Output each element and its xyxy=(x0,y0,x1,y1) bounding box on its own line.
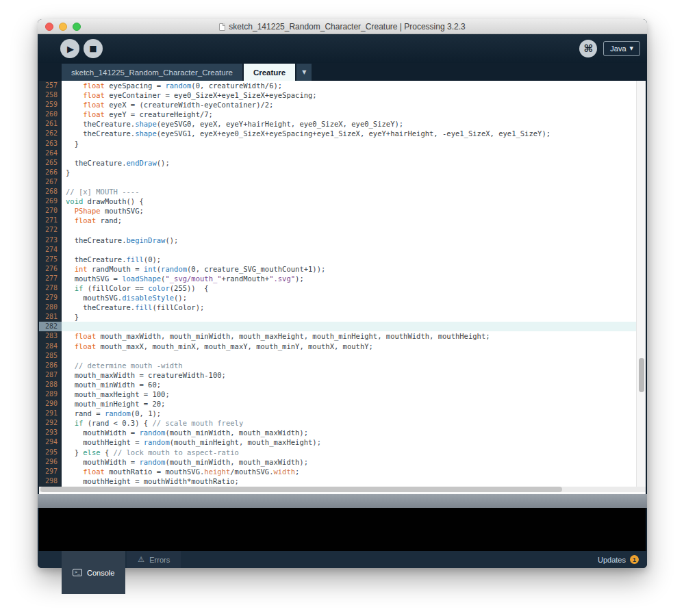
tab-creature[interactable]: Creature xyxy=(244,64,295,81)
code-line[interactable]: float eyeContainer = eye0_SizeX+eye1_Siz… xyxy=(62,90,636,100)
line-number: 287 xyxy=(39,370,62,380)
chevron-down-icon: ▼ xyxy=(302,69,306,75)
line-number: 276 xyxy=(39,264,62,274)
code-line[interactable]: mouth_maxHeight = 100; xyxy=(62,389,636,399)
code-line[interactable]: } xyxy=(62,139,636,149)
updates-link[interactable]: Updates 1 xyxy=(598,551,639,568)
code-line[interactable]: int randMouth = int(random(0, creature_S… xyxy=(62,264,636,274)
line-number: 269 xyxy=(39,196,62,206)
mode-label: Java xyxy=(610,44,626,53)
code-line[interactable]: mouthHeight = mouthWidth*mouthRatio; xyxy=(62,476,636,486)
code-line[interactable]: mouthSVG = loadShape("_svg/mouth_"+randM… xyxy=(62,274,636,283)
code-line[interactable]: rand = random(0, 1); xyxy=(62,409,636,418)
line-number: 285 xyxy=(39,351,62,361)
line-number: 263 xyxy=(39,139,62,149)
code-line[interactable]: mouthWidth = random(mouth_minWidth, mout… xyxy=(62,428,636,437)
line-number: 268 xyxy=(39,187,62,196)
code-line[interactable]: mouth_minWidth = 60; xyxy=(62,380,636,389)
code-line[interactable]: float mouth_maxX, mouth_minX, mouth_maxY… xyxy=(62,342,636,351)
code-line[interactable]: float mouthRatio = mouthSVG.height/mouth… xyxy=(62,467,636,476)
stop-icon: ■ xyxy=(89,44,97,53)
code-rows[interactable]: float eyeSpacing = random(0, creatureWid… xyxy=(62,81,636,487)
line-number: 257 xyxy=(39,81,62,90)
line-number: 292 xyxy=(39,418,62,428)
line-number: 260 xyxy=(39,110,62,119)
code-line[interactable]: mouth_maxWidth = creatureWidth-100; xyxy=(62,370,636,380)
code-line[interactable]: mouthWidth = random(mouth_minWidth, mout… xyxy=(62,457,636,467)
debug-icon: ⌘ xyxy=(583,42,593,55)
line-number: 296 xyxy=(39,457,62,467)
line-number: 281 xyxy=(39,312,62,322)
line-number: 277 xyxy=(39,274,62,283)
code-line[interactable]: } xyxy=(62,168,636,177)
updates-count-badge: 1 xyxy=(630,555,639,564)
tab-sketch[interactable]: sketch_141225_Random_Character_Creature xyxy=(62,64,242,81)
run-button[interactable]: ▶ xyxy=(60,39,79,58)
line-number: 284 xyxy=(39,342,62,351)
tab-menu-button[interactable]: ▼ xyxy=(296,64,312,81)
code-line[interactable] xyxy=(62,177,636,187)
line-number: 267 xyxy=(39,177,62,187)
code-line[interactable]: } xyxy=(62,312,636,322)
console-output xyxy=(39,508,646,551)
line-number: 280 xyxy=(39,303,62,312)
mode-selector[interactable]: Java ▼ xyxy=(603,41,640,56)
titlebar[interactable]: sketch_141225_Random_Character_Creature … xyxy=(38,19,647,34)
code-line[interactable] xyxy=(62,245,636,255)
code-line[interactable]: if (rand < 0.3) { // scale mouth freely xyxy=(62,418,636,428)
line-number: 297 xyxy=(39,467,62,476)
code-editor: 2572582592602612622632642652662672682692… xyxy=(39,81,646,487)
line-number: 271 xyxy=(39,216,62,225)
code-line[interactable]: mouth_minHeight = 20; xyxy=(62,399,636,409)
horizontal-scrollbar[interactable] xyxy=(39,487,646,492)
code-line[interactable]: if (fillColor == color(255)) { xyxy=(62,283,636,293)
line-number: 265 xyxy=(39,158,62,168)
line-number: 262 xyxy=(39,129,62,138)
vertical-scrollbar-thumb[interactable] xyxy=(639,358,644,392)
code-line[interactable] xyxy=(62,351,636,361)
line-number: 264 xyxy=(39,149,62,158)
code-line[interactable]: float eyeSpacing = random(0, creatureWid… xyxy=(62,81,636,90)
code-line[interactable]: theCreature.endDraw(); xyxy=(62,158,636,168)
window-title: sketch_141225_Random_Character_Creature … xyxy=(38,19,647,34)
stop-button[interactable]: ■ xyxy=(84,39,103,58)
line-number: 270 xyxy=(39,206,62,216)
toolbar: ▶ ■ ⌘ Java ▼ xyxy=(38,34,647,63)
code-line[interactable]: theCreature.fill(fillColor); xyxy=(62,303,636,312)
code-line[interactable]: theCreature.fill(0); xyxy=(62,255,636,264)
code-line[interactable]: mouthHeight = random(mouth_minHeight, mo… xyxy=(62,437,636,447)
line-number: 298 xyxy=(39,476,62,486)
debug-button[interactable]: ⌘ xyxy=(579,40,597,57)
code-line[interactable] xyxy=(62,322,636,331)
warning-icon: ⚠ xyxy=(138,555,144,564)
code-line[interactable]: theCreature.shape(eyeSVG1, eyeX+eye0_Siz… xyxy=(62,129,636,138)
line-number: 291 xyxy=(39,409,62,418)
code-line[interactable]: void drawMouth() { xyxy=(62,196,636,206)
console-splitter-handle[interactable] xyxy=(38,494,647,508)
code-line[interactable]: // determine mouth -width xyxy=(62,361,636,370)
errors-tab[interactable]: ⚠ Errors xyxy=(127,551,181,568)
console-tab[interactable]: >_ Console xyxy=(62,551,125,594)
code-line[interactable]: PShape mouthSVG; xyxy=(62,206,636,216)
code-line[interactable] xyxy=(62,149,636,158)
code-line[interactable] xyxy=(62,225,636,235)
line-number: 283 xyxy=(39,331,62,341)
chevron-down-icon: ▼ xyxy=(630,46,633,51)
code-line[interactable]: theCreature.beginDraw(); xyxy=(62,235,636,245)
line-number: 278 xyxy=(39,283,62,293)
code-line[interactable]: float mouth_maxWidth, mouth_minWidth, mo… xyxy=(62,331,636,341)
vertical-scrollbar[interactable] xyxy=(636,81,646,487)
line-number: 274 xyxy=(39,245,62,255)
processing-ide-window: sketch_141225_Random_Character_Creature … xyxy=(38,19,647,568)
code-line[interactable]: theCreature.shape(eyeSVG0, eyeX, eyeY+ha… xyxy=(62,119,636,129)
horizontal-scrollbar-thumb[interactable] xyxy=(40,487,562,492)
code-line[interactable]: mouthSVG.disableStyle(); xyxy=(62,293,636,303)
line-number: 261 xyxy=(39,119,62,129)
code-line[interactable]: // [x] MOUTH ---- xyxy=(62,187,636,196)
code-line[interactable]: float eyeX = (creatureWidth-eyeContainer… xyxy=(62,100,636,110)
line-number: 293 xyxy=(39,428,62,437)
code-line[interactable]: } else { // lock mouth to aspect-ratio xyxy=(62,448,636,457)
line-number: 295 xyxy=(39,448,62,457)
code-line[interactable]: float eyeY = creatureHeight/7; xyxy=(62,110,636,119)
code-line[interactable]: float rand; xyxy=(62,216,636,225)
